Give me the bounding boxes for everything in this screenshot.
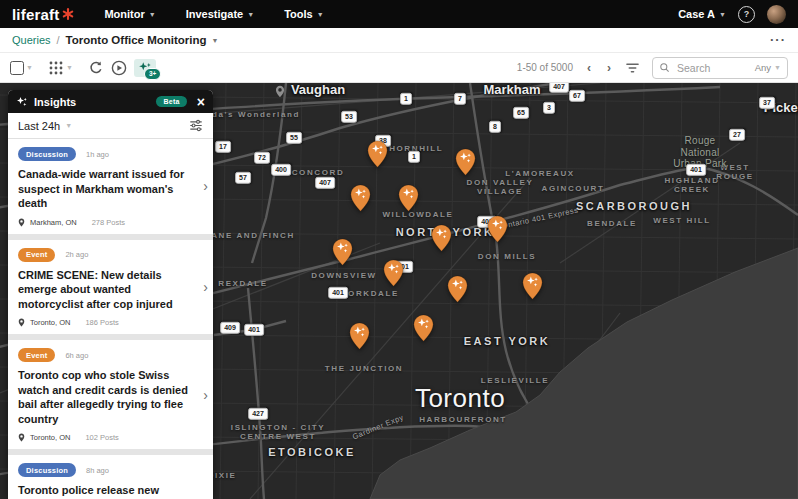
insights-filter-row: Last 24h ▼ bbox=[8, 113, 213, 139]
chevron-down-icon: ▼ bbox=[26, 64, 33, 71]
breadcrumb-queries-link[interactable]: Queries bbox=[12, 34, 51, 46]
card-type-badge: Discussion bbox=[18, 463, 76, 477]
breadcrumb-separator: / bbox=[57, 34, 60, 46]
insight-map-pin[interactable] bbox=[383, 259, 404, 287]
insight-map-pin[interactable] bbox=[332, 238, 353, 266]
chevron-down-icon: ▼ bbox=[65, 122, 72, 129]
query-title: Toronto Office Monitoring bbox=[66, 34, 207, 46]
results-toolbar: ▼ ▼ 3+ 1-50 of 5000 ‹ › Any ▼ bbox=[0, 53, 798, 83]
chevron-right-icon[interactable]: › bbox=[203, 494, 208, 499]
nav-item-label: Monitor bbox=[104, 8, 144, 20]
main-nav: Monitor▼Investigate▼Tools▼ bbox=[104, 8, 323, 20]
time-range-dropdown[interactable]: Last 24h ▼ bbox=[18, 120, 72, 132]
case-label: Case A bbox=[678, 8, 715, 20]
insights-card-list: Discussion1h agoCanada-wide warrant issu… bbox=[8, 139, 213, 499]
time-range-value: Last 24h bbox=[18, 120, 60, 132]
insight-map-pin[interactable] bbox=[447, 275, 468, 303]
filter-icon[interactable] bbox=[625, 61, 640, 75]
card-timestamp: 2h ago bbox=[65, 250, 88, 259]
card-title: CRIME SCENE: New details emerge about wa… bbox=[18, 268, 204, 312]
insight-map-pin[interactable] bbox=[522, 272, 543, 300]
logo-text: liferaft bbox=[12, 6, 59, 23]
location-pin-icon bbox=[18, 318, 25, 327]
layout-control[interactable]: ▼ bbox=[48, 60, 73, 76]
chevron-down-icon: ▼ bbox=[247, 11, 254, 18]
chevron-down-icon: ▼ bbox=[774, 64, 781, 71]
user-avatar[interactable] bbox=[767, 5, 786, 24]
search-box[interactable]: Any ▼ bbox=[652, 57, 788, 79]
close-icon[interactable]: × bbox=[197, 95, 205, 109]
insight-card[interactable]: Event6h agoToronto cop who stole Swiss w… bbox=[8, 340, 213, 449]
card-location: Markham, ON bbox=[30, 218, 77, 227]
location-pin-icon bbox=[18, 218, 25, 227]
location-pin-icon bbox=[18, 433, 25, 442]
insights-count-badge: 3+ bbox=[144, 68, 160, 80]
query-title-dropdown[interactable]: Toronto Office Monitoring ▼ bbox=[66, 34, 219, 46]
insight-card[interactable]: Event2h agoCRIME SCENE: New details emer… bbox=[8, 240, 213, 335]
nav-item-monitor[interactable]: Monitor▼ bbox=[104, 8, 155, 20]
nav-item-label: Tools bbox=[284, 8, 313, 20]
insight-map-pin[interactable] bbox=[367, 140, 388, 168]
card-timestamp: 1h ago bbox=[86, 150, 109, 159]
card-title: Toronto police release new photo of man … bbox=[18, 483, 204, 499]
help-icon[interactable]: ? bbox=[738, 6, 755, 23]
chevron-down-icon: ▼ bbox=[149, 11, 156, 18]
select-all-checkbox[interactable] bbox=[10, 61, 24, 75]
search-input[interactable] bbox=[675, 61, 739, 75]
more-options-button[interactable]: ··· bbox=[770, 35, 786, 45]
chevron-down-icon: ▼ bbox=[317, 11, 324, 18]
chevron-down-icon: ▼ bbox=[212, 37, 219, 44]
nav-item-tools[interactable]: Tools▼ bbox=[284, 8, 323, 20]
search-scope-dropdown[interactable]: Any ▼ bbox=[755, 62, 781, 73]
chevron-right-icon[interactable]: › bbox=[203, 178, 208, 194]
prev-page-button[interactable]: ‹ bbox=[585, 61, 593, 75]
chevron-right-icon[interactable]: › bbox=[203, 279, 208, 295]
breadcrumb: Queries / Toronto Office Monitoring ▼ ··… bbox=[0, 28, 798, 53]
insights-toggle-button[interactable]: 3+ bbox=[134, 59, 156, 77]
liferaft-logo[interactable]: liferaft bbox=[12, 6, 74, 23]
nav-item-investigate[interactable]: Investigate▼ bbox=[186, 8, 254, 20]
card-title: Canada-wide warrant issued for suspect i… bbox=[18, 167, 204, 211]
card-type-badge: Discussion bbox=[18, 147, 76, 161]
card-location: Toronto, ON bbox=[30, 433, 70, 442]
insights-panel-header[interactable]: Insights Beta × bbox=[8, 90, 213, 113]
insight-map-pin[interactable] bbox=[487, 215, 508, 243]
insights-title: Insights bbox=[34, 96, 76, 108]
play-icon[interactable] bbox=[111, 60, 127, 76]
card-title: Toronto cop who stole Swiss watch and cr… bbox=[18, 368, 204, 426]
beta-badge: Beta bbox=[156, 96, 186, 107]
nav-item-label: Investigate bbox=[186, 8, 243, 20]
logo-asterisk-icon bbox=[62, 8, 74, 20]
card-location: Toronto, ON bbox=[30, 318, 70, 327]
select-all-control[interactable]: ▼ bbox=[10, 61, 33, 75]
insight-map-pin[interactable] bbox=[398, 184, 419, 212]
insight-map-pin[interactable] bbox=[413, 314, 434, 342]
next-page-button[interactable]: › bbox=[605, 61, 613, 75]
filter-sliders-icon[interactable] bbox=[189, 119, 203, 132]
search-scope-value: Any bbox=[755, 62, 771, 73]
card-timestamp: 6h ago bbox=[65, 351, 88, 360]
poi-pin-icon bbox=[275, 85, 285, 98]
card-timestamp: 8h ago bbox=[86, 466, 109, 475]
card-post-count: 186 Posts bbox=[85, 318, 118, 327]
card-type-badge: Event bbox=[18, 348, 55, 362]
grid-view-icon[interactable] bbox=[48, 60, 64, 76]
card-post-count: 278 Posts bbox=[92, 218, 125, 227]
insights-panel: Insights Beta × Last 24h ▼ Discussion1h … bbox=[8, 90, 213, 499]
top-navigation-bar: liferaft Monitor▼Investigate▼Tools▼ Case… bbox=[0, 0, 798, 28]
insight-map-pin[interactable] bbox=[349, 322, 370, 350]
refresh-icon[interactable] bbox=[88, 60, 104, 76]
insight-map-pin[interactable] bbox=[431, 224, 452, 252]
sparkle-icon bbox=[16, 96, 28, 108]
chevron-down-icon: ▼ bbox=[66, 64, 73, 71]
card-type-badge: Event bbox=[18, 248, 55, 262]
card-post-count: 102 Posts bbox=[85, 433, 118, 442]
insight-map-pin[interactable] bbox=[455, 148, 476, 176]
pagination-label: 1-50 of 5000 bbox=[517, 62, 573, 73]
insight-card[interactable]: Discussion8h agoToronto police release n… bbox=[8, 455, 213, 499]
insight-card[interactable]: Discussion1h agoCanada-wide warrant issu… bbox=[8, 139, 213, 234]
chevron-right-icon[interactable]: › bbox=[203, 387, 208, 403]
insight-map-pin[interactable] bbox=[350, 184, 371, 212]
search-icon bbox=[659, 62, 670, 73]
case-selector[interactable]: Case A ▼ bbox=[678, 8, 726, 20]
